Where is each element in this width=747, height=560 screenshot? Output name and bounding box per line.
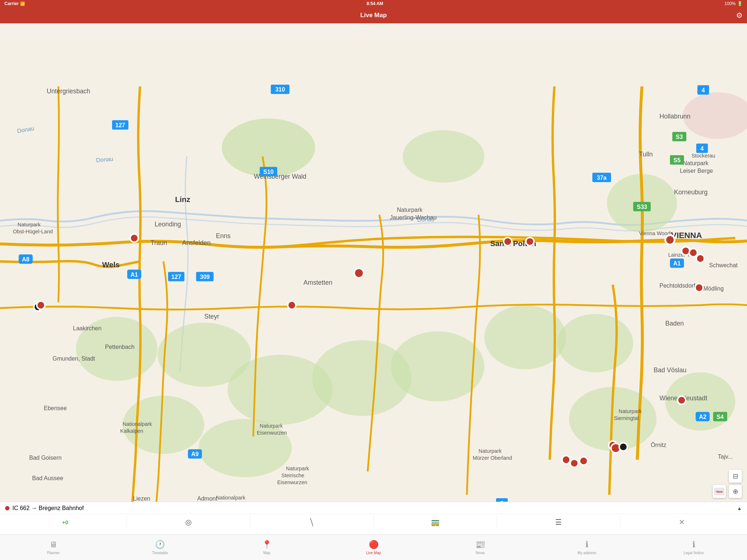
svg-text:Pettenbach: Pettenbach — [105, 344, 135, 350]
svg-text:Leonding: Leonding — [155, 221, 181, 228]
status-bar: Carrier 📶 8:54 AM 100% 🔋 — [0, 0, 467, 7]
svg-text:Obst-Hügel-Land: Obst-Hügel-Land — [13, 229, 53, 234]
status-time: 8:54 AM — [367, 1, 383, 6]
svg-point-119 — [354, 268, 364, 278]
svg-text:Wels: Wels — [102, 260, 120, 269]
svg-text:127: 127 — [115, 122, 125, 128]
svg-text:Enns: Enns — [216, 232, 231, 240]
wifi-icon: 📶 — [20, 1, 25, 6]
svg-text:Naturpark: Naturpark — [397, 207, 423, 213]
svg-text:S10: S10 — [263, 169, 274, 175]
svg-text:A8: A8 — [22, 256, 30, 262]
carrier-wifi: Carrier 📶 — [4, 1, 25, 6]
page-title: Live Map — [360, 12, 387, 19]
svg-text:127: 127 — [171, 274, 181, 280]
svg-text:310: 310 — [275, 86, 285, 93]
svg-text:Amstetten: Amstetten — [303, 279, 332, 286]
svg-text:Ansfelden: Ansfelden — [182, 239, 210, 246]
svg-text:309: 309 — [200, 274, 210, 280]
svg-text:Untergriesbach: Untergriesbach — [47, 88, 90, 95]
svg-text:A1: A1 — [131, 272, 138, 278]
carrier-text: Carrier — [4, 1, 19, 6]
map-area[interactable]: Linz Wels Leonding Traun Ansfelden Enns … — [0, 23, 467, 350]
svg-point-118 — [288, 301, 296, 309]
navigation-bar: Live Map ⚙ — [0, 7, 467, 23]
svg-text:Traun: Traun — [151, 239, 167, 246]
svg-text:Steyr: Steyr — [204, 313, 219, 320]
svg-point-115 — [130, 234, 138, 242]
svg-text:Naturpark: Naturpark — [18, 222, 41, 228]
svg-text:Donau: Donau — [417, 216, 435, 223]
svg-rect-0 — [0, 40, 467, 350]
map-svg: Linz Wels Leonding Traun Ansfelden Enns … — [0, 23, 467, 350]
svg-text:Linz: Linz — [175, 195, 190, 203]
svg-point-117 — [37, 301, 45, 309]
svg-text:Laakirchen: Laakirchen — [73, 325, 101, 331]
